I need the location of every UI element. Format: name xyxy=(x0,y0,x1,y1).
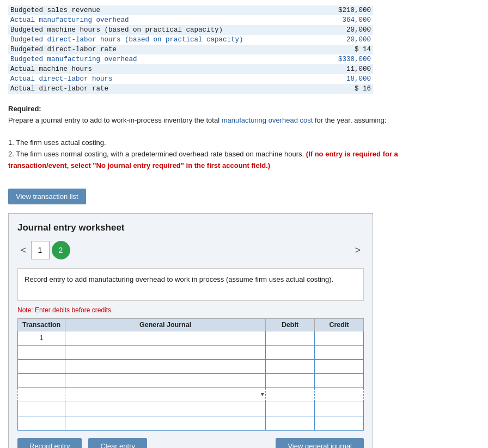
journal-panel: Journal entry worksheet < 1 2 > Record e… xyxy=(8,213,373,448)
debit-cell[interactable] xyxy=(266,416,315,430)
debit-input[interactable] xyxy=(266,331,314,345)
action-buttons: Record entry Clear entry View general jo… xyxy=(17,438,364,448)
data-row-value: 364,000 xyxy=(302,15,373,25)
nav-left-arrow[interactable]: < xyxy=(17,244,30,256)
debit-input[interactable] xyxy=(266,416,314,430)
debit-cell[interactable] xyxy=(266,331,315,345)
required-line2: 1. The firm uses actual costing. xyxy=(8,137,480,149)
data-row-label: Budgeted direct-labor hours (based on pr… xyxy=(8,35,302,45)
general-journal-cell[interactable] xyxy=(65,345,266,359)
data-row-label: Budgeted sales revenue xyxy=(8,5,302,15)
data-row-value: 20,000 xyxy=(302,25,373,35)
debit-cell[interactable] xyxy=(266,402,315,416)
transaction-cell xyxy=(18,402,65,416)
table-row xyxy=(18,345,364,359)
credit-input[interactable] xyxy=(315,402,363,416)
credit-cell[interactable] xyxy=(315,331,364,345)
data-row-value: $210,000 xyxy=(302,5,373,15)
credit-input[interactable] xyxy=(315,374,363,388)
data-table: Budgeted sales revenue$210,000Actual man… xyxy=(8,5,373,94)
entry-description: Record entry to add manufacturing overhe… xyxy=(17,268,364,301)
debit-input[interactable] xyxy=(266,360,314,373)
nav-right-arrow[interactable]: > xyxy=(351,244,364,256)
data-row-value: $ 16 xyxy=(302,84,373,94)
transaction-cell xyxy=(18,345,65,359)
credit-input[interactable] xyxy=(315,331,363,345)
data-row-value: 20,000 xyxy=(302,35,373,45)
col-header-debit: Debit xyxy=(266,318,315,331)
credit-cell[interactable] xyxy=(315,359,364,373)
col-header-credit: Credit xyxy=(315,318,364,331)
required-line3: 2. The firm uses normal costing, with a … xyxy=(8,149,480,160)
general-journal-cell[interactable]: ▼ xyxy=(65,388,266,402)
general-journal-cell[interactable] xyxy=(65,416,266,430)
debit-cell[interactable] xyxy=(266,373,315,388)
data-row-label: Budgeted direct-labor rate xyxy=(8,45,302,55)
data-row-label: Actual direct-labor hours xyxy=(8,74,302,84)
general-journal-input[interactable] xyxy=(65,416,265,430)
debit-cell[interactable] xyxy=(266,388,315,402)
credit-cell[interactable] xyxy=(315,345,364,359)
data-row-value: $ 14 xyxy=(302,45,373,55)
credit-cell[interactable] xyxy=(315,402,364,416)
data-row-label: Actual manufacturing overhead xyxy=(8,15,302,25)
general-journal-cell[interactable] xyxy=(65,402,266,416)
credit-cell[interactable] xyxy=(315,388,364,402)
table-row xyxy=(18,402,364,416)
debit-cell[interactable] xyxy=(266,359,315,373)
table-row xyxy=(18,359,364,373)
table-row xyxy=(18,416,364,430)
tab-2[interactable]: 2 xyxy=(52,241,70,259)
transaction-cell xyxy=(18,359,65,373)
tab-navigation: < 1 2 > xyxy=(17,241,364,259)
data-row-label: Budgeted manufacturing overhead xyxy=(8,55,302,64)
required-section: Required: Prepare a journal entry to add… xyxy=(8,104,480,172)
debit-input[interactable] xyxy=(266,374,314,388)
required-label: Required: xyxy=(8,105,41,113)
general-journal-input[interactable] xyxy=(65,374,265,388)
general-journal-input[interactable] xyxy=(65,360,265,373)
data-row-label: Actual direct-labor rate xyxy=(8,84,302,94)
dropdown-arrow-icon: ▼ xyxy=(260,391,264,398)
view-transactions-button[interactable]: View transaction list xyxy=(8,189,86,204)
record-entry-button[interactable]: Record entry xyxy=(17,438,82,448)
clear-entry-button[interactable]: Clear entry xyxy=(88,438,147,448)
journal-table: Transaction General Journal Debit Credit… xyxy=(17,318,364,431)
data-row-label: Actual machine hours xyxy=(8,64,302,74)
required-line4: transaction/event, select "No journal en… xyxy=(8,160,480,172)
data-row-value: $338,000 xyxy=(302,55,373,64)
credit-input[interactable] xyxy=(315,360,363,373)
general-journal-input[interactable] xyxy=(65,331,265,345)
credit-input[interactable] xyxy=(315,416,363,430)
view-general-journal-button[interactable]: View general journal xyxy=(276,438,364,448)
transaction-cell xyxy=(18,388,65,402)
data-row-label: Budgeted machine hours (based on practic… xyxy=(8,25,302,35)
transaction-cell xyxy=(18,416,65,430)
general-journal-input[interactable] xyxy=(65,346,265,359)
general-journal-input[interactable] xyxy=(65,402,265,416)
credit-input[interactable] xyxy=(315,346,363,359)
debit-input[interactable] xyxy=(266,402,314,416)
credit-input[interactable] xyxy=(315,388,363,402)
col-header-transaction: Transaction xyxy=(18,318,65,331)
debit-input[interactable] xyxy=(266,346,314,359)
table-row: ▼ xyxy=(18,388,364,402)
general-journal-cell[interactable] xyxy=(65,373,266,388)
credit-cell[interactable] xyxy=(315,373,364,388)
col-header-general: General Journal xyxy=(65,318,266,331)
general-journal-cell[interactable] xyxy=(65,331,266,345)
required-line1: Prepare a journal entry to add to work-i… xyxy=(8,115,480,126)
credit-cell[interactable] xyxy=(315,416,364,430)
table-row: 1 xyxy=(18,331,364,345)
general-journal-input[interactable] xyxy=(65,388,254,402)
journal-panel-title: Journal entry worksheet xyxy=(17,222,364,233)
general-journal-cell[interactable] xyxy=(65,359,266,373)
transaction-cell xyxy=(18,373,65,388)
debit-input[interactable] xyxy=(266,388,314,402)
data-row-value: 11,000 xyxy=(302,64,373,74)
transaction-cell: 1 xyxy=(18,331,65,345)
data-row-value: 18,000 xyxy=(302,74,373,84)
debit-cell[interactable] xyxy=(266,345,315,359)
tab-1[interactable]: 1 xyxy=(31,241,50,259)
table-row xyxy=(18,373,364,388)
